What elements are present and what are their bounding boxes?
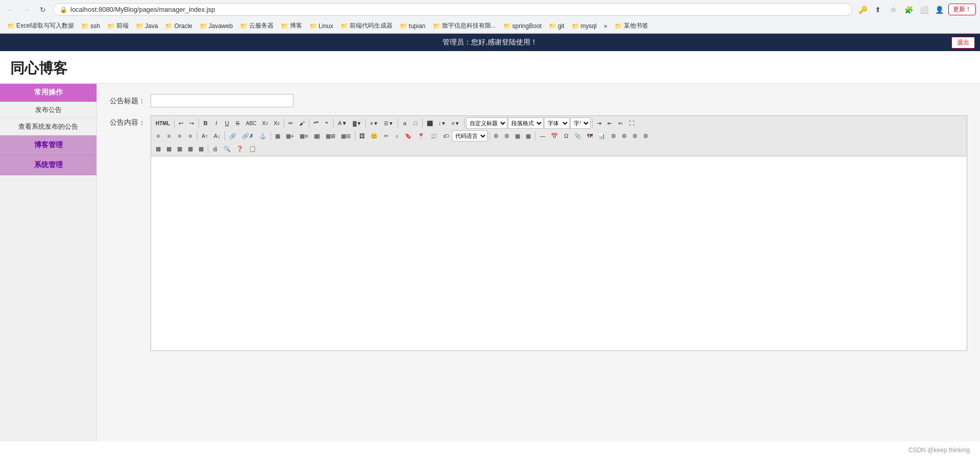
- anchor-button[interactable]: a: [400, 118, 410, 129]
- bookmark-frontend[interactable]: 📁 前端: [104, 20, 132, 31]
- bookmark-mysql[interactable]: 📁 mysql: [569, 21, 600, 31]
- table3-button[interactable]: ▦: [153, 143, 163, 154]
- font-select[interactable]: 字体: [544, 118, 570, 129]
- logout-button[interactable]: 退出: [951, 37, 975, 49]
- table7-button[interactable]: ▦: [196, 143, 206, 154]
- back-button[interactable]: ←: [4, 4, 16, 16]
- align-button[interactable]: ⬛: [424, 118, 435, 129]
- help-button[interactable]: ❓: [234, 143, 246, 154]
- settings3-button[interactable]: ⚙: [630, 130, 640, 142]
- bookmark-cloud[interactable]: 📁 云服务器: [237, 20, 277, 31]
- paragraph-spacing-button[interactable]: ≡▼: [449, 118, 462, 129]
- template-button[interactable]: 📋: [247, 143, 259, 154]
- bookmark-javaweb[interactable]: 📁 Javaweb: [197, 21, 236, 31]
- bookmark-other[interactable]: 📁 某他书签: [611, 20, 651, 31]
- extensions-icon[interactable]: 🧩: [902, 4, 915, 16]
- bg-color-button[interactable]: ▓▼: [350, 118, 364, 129]
- sidebar-group-system-management[interactable]: 系统管理: [0, 155, 96, 175]
- refresh-button[interactable]: ↻: [37, 4, 49, 16]
- share-icon[interactable]: ⬆: [872, 4, 884, 16]
- bookmark-git[interactable]: 📁 git: [546, 21, 568, 31]
- indent-button[interactable]: ↕▼: [436, 118, 449, 129]
- table-col-button[interactable]: ▦|: [311, 130, 323, 142]
- grid2-button[interactable]: ▦: [523, 130, 533, 142]
- align-center-button[interactable]: ≡: [164, 130, 174, 142]
- address-bar[interactable]: 🔒 localhost:8080/MyBlog/pages/manager_in…: [53, 3, 852, 16]
- cut-button[interactable]: ✂: [381, 130, 391, 142]
- superscript-button[interactable]: X2: [259, 118, 271, 129]
- code-lang-select[interactable]: 代码语言: [452, 130, 487, 142]
- table-row-button[interactable]: ▦≡: [297, 130, 310, 142]
- font-size-down-button[interactable]: A↓: [211, 130, 223, 142]
- table-insert-button[interactable]: ▦+: [283, 130, 297, 142]
- strikethrough-button[interactable]: S: [233, 118, 243, 129]
- line-height-button[interactable]: ≡▼: [368, 118, 381, 129]
- bookmark-oracle[interactable]: 📁 Oracle: [162, 21, 195, 31]
- source-button[interactable]: ⚙: [491, 130, 501, 142]
- link-button[interactable]: 🔗: [227, 130, 239, 142]
- subscript-button[interactable]: X2: [271, 118, 282, 129]
- redo-button[interactable]: ↪: [187, 118, 197, 129]
- settings-button[interactable]: ⚙: [608, 130, 619, 142]
- italic-button[interactable]: I: [211, 118, 222, 129]
- profile-icon[interactable]: 👤: [933, 4, 945, 16]
- map-button[interactable]: 🗺: [584, 130, 595, 142]
- table-split-button[interactable]: ▦⊟: [338, 130, 353, 142]
- abc-button[interactable]: ABC: [243, 118, 259, 129]
- align-justify-button[interactable]: ≡: [185, 130, 195, 142]
- bookmark-zhiyu[interactable]: 📁 致宇信息科技有限...: [430, 20, 499, 31]
- update-button[interactable]: 更新！: [948, 4, 976, 15]
- news-button[interactable]: 📰: [428, 130, 440, 142]
- key-icon[interactable]: 🔑: [856, 4, 869, 16]
- bookmark-codegen[interactable]: 📁 前端代码生成器: [337, 20, 396, 31]
- list-button[interactable]: ☰▼: [381, 118, 396, 129]
- settings2-button[interactable]: ⚙: [619, 130, 629, 142]
- table4-button[interactable]: ▦: [164, 143, 174, 154]
- anchor2-button[interactable]: ⚓: [257, 130, 269, 142]
- border-button[interactable]: □: [410, 118, 421, 129]
- rtl-button[interactable]: ⇐: [616, 118, 626, 129]
- star-icon[interactable]: ☆: [887, 4, 899, 16]
- align-left-button[interactable]: ≡: [153, 130, 163, 142]
- hr-button[interactable]: —: [537, 130, 548, 142]
- bookmark-java[interactable]: 📁 Java: [133, 21, 161, 31]
- emoji-button[interactable]: 😊: [368, 130, 380, 142]
- bookmark-ssh[interactable]: 📁 ssh: [78, 21, 103, 31]
- bookmark2-button[interactable]: 🔖: [402, 130, 414, 142]
- tag-button[interactable]: 🏷: [440, 130, 451, 142]
- forward-button[interactable]: →: [20, 4, 33, 16]
- format-painter-button[interactable]: 🖌: [297, 118, 307, 129]
- bookmark-excel[interactable]: 📁 Excel读取与写入数据: [4, 20, 77, 31]
- fontsize-select[interactable]: 字号: [570, 118, 591, 129]
- bookmark-blog[interactable]: 📁 博客: [278, 20, 305, 31]
- table5-button[interactable]: ▦: [175, 143, 185, 154]
- music-button[interactable]: ♪: [391, 130, 402, 142]
- paragraph-select[interactable]: 段落格式: [508, 118, 544, 129]
- bold-button[interactable]: B: [201, 118, 211, 129]
- font-size-up-button[interactable]: A↑: [199, 130, 211, 142]
- preview-button[interactable]: 🔍: [221, 143, 233, 154]
- clear-format-button[interactable]: ✏: [286, 118, 296, 129]
- undo-button[interactable]: ↩: [176, 118, 186, 129]
- html-mode-button[interactable]: HTML: [153, 118, 173, 129]
- table6-button[interactable]: ▦: [185, 143, 195, 154]
- source2-button[interactable]: ⚙: [502, 130, 512, 142]
- attachment-button[interactable]: 📎: [572, 130, 584, 142]
- table-button[interactable]: ▦: [273, 130, 283, 142]
- sidebar-item-view-announcements[interactable]: 查看系统发布的公告: [0, 119, 96, 135]
- underline-button[interactable]: U: [222, 118, 232, 129]
- window-icon[interactable]: ⬜: [918, 4, 930, 16]
- font-color-button[interactable]: A▼: [335, 118, 350, 129]
- fullscreen-button[interactable]: ⛶: [626, 118, 637, 129]
- quote-button[interactable]: ❝❞: [311, 118, 321, 129]
- bookmark-tupian[interactable]: 📁 tupian: [397, 21, 429, 31]
- sidebar-group-blog-management[interactable]: 博客管理: [0, 135, 96, 155]
- title-input[interactable]: [151, 94, 293, 107]
- heading-select[interactable]: 自定义标题: [466, 118, 507, 129]
- sidebar-item-publish[interactable]: 发布公告: [0, 102, 96, 119]
- grid-button[interactable]: ▦: [512, 130, 523, 142]
- blockquote-button[interactable]: ❝: [322, 118, 332, 129]
- bookmark-more[interactable]: »: [601, 21, 610, 31]
- print-button[interactable]: 🖨: [210, 143, 220, 154]
- omega-button[interactable]: Ω: [561, 130, 571, 142]
